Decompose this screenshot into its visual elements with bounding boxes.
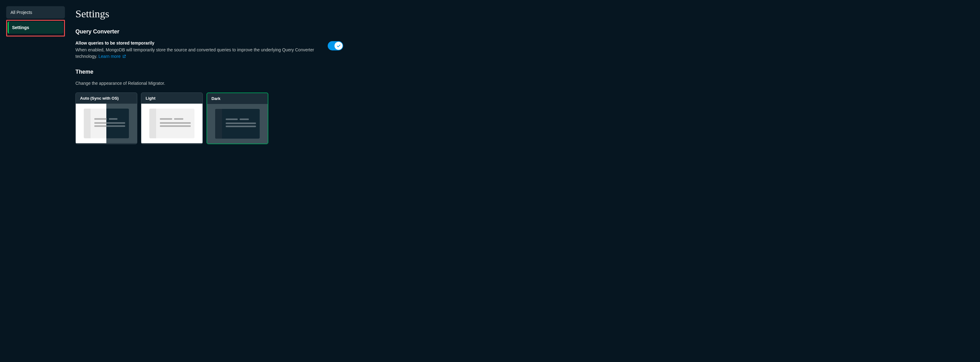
main-content: Settings Query Converter Allow queries t… (65, 6, 343, 144)
theme-option-label: Light (141, 93, 202, 104)
theme-option-auto[interactable]: Auto (Sync with OS) (75, 92, 137, 144)
sidebar-item-label: Settings (12, 25, 29, 30)
setting-description: When enabled, MongoDB will temporarily s… (75, 47, 315, 60)
query-storage-toggle[interactable] (328, 41, 343, 50)
toggle-knob (334, 42, 342, 50)
check-icon (337, 44, 341, 48)
section-title-theme: Theme (75, 69, 343, 75)
highlight-annotation: Settings (6, 20, 65, 37)
theme-option-label: Auto (Sync with OS) (76, 93, 137, 104)
theme-preview-light (141, 104, 202, 143)
section-title-query-converter: Query Converter (75, 29, 343, 35)
external-link-icon (123, 54, 126, 60)
theme-option-label: Dark (207, 93, 268, 104)
theme-options: Auto (Sync with OS) (75, 92, 343, 144)
setting-row-query-storage: Allow queries to be stored temporarily W… (75, 40, 343, 60)
theme-preview-auto (76, 104, 137, 143)
setting-label: Allow queries to be stored temporarily (75, 40, 315, 45)
sidebar-item-settings[interactable]: Settings (8, 21, 64, 34)
sidebar: All Projects Settings (6, 6, 65, 144)
theme-preview-dark (207, 104, 268, 144)
sidebar-item-all-projects[interactable]: All Projects (6, 6, 65, 19)
theme-subtext: Change the appearance of Relational Migr… (75, 81, 343, 86)
sidebar-item-label: All Projects (11, 10, 32, 15)
theme-option-light[interactable]: Light (141, 92, 203, 144)
theme-option-dark[interactable]: Dark (207, 92, 268, 144)
learn-more-text: Learn more (98, 54, 121, 59)
learn-more-link[interactable]: Learn more (98, 54, 126, 59)
setting-text: Allow queries to be stored temporarily W… (75, 40, 315, 60)
page-title: Settings (75, 8, 343, 20)
